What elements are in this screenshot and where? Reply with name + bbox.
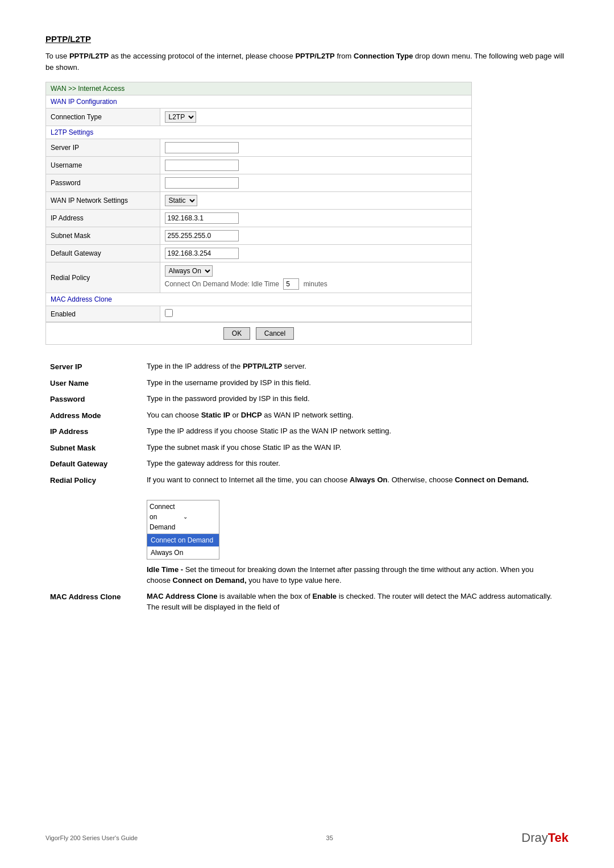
intro-text-2: as the accessing protocol of the interne… xyxy=(111,52,295,60)
dropdown-header[interactable]: Connect on Demand ⌄ xyxy=(147,500,219,534)
brand-dray: Dray xyxy=(521,831,547,845)
password-value-cell xyxy=(160,174,471,192)
brand-logo: DrayTek xyxy=(521,831,569,845)
ip-address-value-cell xyxy=(160,210,471,227)
button-row: OK Cancel xyxy=(46,322,471,344)
wan-ip-config-label: WAN IP Configuration xyxy=(51,98,117,106)
default-gateway-row: Default Gateway xyxy=(46,245,471,262)
desc-password: Password Type in the password provided b… xyxy=(45,391,557,407)
desc-server-ip: Server IP Type in the IP address of the … xyxy=(45,358,557,375)
dropdown-item-connect-on-demand[interactable]: Connect on Demand xyxy=(147,534,219,546)
brand-tek: Tek xyxy=(548,831,569,845)
redial-policy-label: Redial Policy xyxy=(46,262,160,293)
connection-type-select[interactable]: L2TP xyxy=(165,111,196,123)
server-ip-input[interactable] xyxy=(165,142,239,153)
l2tp-form-table: Server IP Username Password WAN IP Netwo… xyxy=(46,139,471,293)
dropdown-item-always-on[interactable]: Always On xyxy=(147,546,219,559)
desc-default-gateway-term: Default Gateway xyxy=(45,456,142,472)
web-panel: WAN >> Internet Access WAN IP Configurat… xyxy=(45,82,472,345)
desc-server-ip-term: Server IP xyxy=(45,358,142,375)
password-row: Password xyxy=(46,174,471,192)
desc-address-mode: Address Mode You can choose Static IP or… xyxy=(45,407,557,424)
redial-policy-row: Redial Policy Always On Connect On Deman… xyxy=(46,262,471,293)
desc-default-gateway-def: Type the gateway address for this router… xyxy=(142,456,557,472)
chevron-down-icon: ⌄ xyxy=(183,512,217,521)
desc-mac-address-clone-def: MAC Address Clone is available when the … xyxy=(142,589,557,615)
mac-address-clone-header: MAC Address Clone xyxy=(46,293,471,306)
desc-user-name: User Name Type in the username provided … xyxy=(45,375,557,391)
idle-time-label: Connect On Demand Mode: Idle Time xyxy=(165,280,279,288)
connection-type-value-cell: L2TP xyxy=(160,108,471,126)
enabled-table: Enabled xyxy=(46,306,471,322)
dropdown-preview: Connect on Demand ⌄ Connect on Demand Al… xyxy=(147,500,219,560)
redial-policy-select[interactable]: Always On xyxy=(165,265,213,277)
desc-subnet-mask-def: Type the subnet mask if you chose Static… xyxy=(142,440,557,456)
footer-guide: VigorFly 200 Series User's Guide xyxy=(45,834,138,841)
wan-ip-network-label: WAN IP Network Settings xyxy=(46,192,160,210)
username-row: Username xyxy=(46,157,471,174)
desc-idle-time-def: Idle Time - Set the timeout for breaking… xyxy=(142,562,557,589)
subnet-mask-value-cell xyxy=(160,227,471,245)
subnet-mask-label: Subnet Mask xyxy=(46,227,160,245)
wan-ip-network-value-cell: Static xyxy=(160,192,471,210)
enabled-row: Enabled xyxy=(46,306,471,322)
desc-redial-policy: Redial Policy If you want to connect to … xyxy=(45,472,557,562)
idle-time-input[interactable] xyxy=(283,278,299,290)
desc-table: Server IP Type in the IP address of the … xyxy=(45,358,557,615)
desc-ip-address-term: IP Address xyxy=(45,423,142,440)
idle-time-row: Connect On Demand Mode: Idle Time minute… xyxy=(165,278,467,290)
ip-address-row: IP Address xyxy=(46,210,471,227)
desc-user-name-def: Type in the username provided by ISP in … xyxy=(142,375,557,391)
default-gateway-input[interactable] xyxy=(165,248,239,259)
cancel-button[interactable]: Cancel xyxy=(256,327,294,340)
footer: VigorFly 200 Series User's Guide 35 Dray… xyxy=(45,831,569,845)
idle-time-unit: minutes xyxy=(304,280,327,288)
desc-redial-policy-def: If you want to connect to Internet all t… xyxy=(142,472,557,562)
panel-nav: WAN >> Internet Access xyxy=(46,82,471,95)
username-label: Username xyxy=(46,157,160,174)
desc-redial-policy-term: Redial Policy xyxy=(45,472,142,562)
desc-user-name-term: User Name xyxy=(45,375,142,391)
server-ip-value-cell xyxy=(160,139,471,157)
dropdown-current-value: Connect on Demand xyxy=(150,502,183,532)
footer-page: 35 xyxy=(326,834,333,841)
subnet-mask-input[interactable] xyxy=(165,230,239,241)
connection-type-label: Connection Type xyxy=(46,108,160,126)
description-section: Server IP Type in the IP address of the … xyxy=(45,358,557,615)
connection-type-table: Connection Type L2TP xyxy=(46,108,471,126)
default-gateway-label: Default Gateway xyxy=(46,245,160,262)
desc-mac-address-clone: MAC Address Clone MAC Address Clone is a… xyxy=(45,589,557,615)
server-ip-label: Server IP xyxy=(46,139,160,157)
wan-ip-network-row: WAN IP Network Settings Static xyxy=(46,192,471,210)
desc-subnet-mask: Subnet Mask Type the subnet mask if you … xyxy=(45,440,557,456)
desc-idle-time-term xyxy=(45,562,142,589)
connection-type-row: Connection Type L2TP xyxy=(46,108,471,126)
username-input[interactable] xyxy=(165,160,239,171)
ip-address-label: IP Address xyxy=(46,210,160,227)
l2tp-settings-label: L2TP Settings xyxy=(51,128,93,136)
password-input[interactable] xyxy=(165,177,239,189)
ip-address-input[interactable] xyxy=(165,212,239,224)
page-title: PPTP/L2TP xyxy=(45,34,569,44)
enabled-checkbox[interactable] xyxy=(165,309,173,317)
desc-password-def: Type in the password provided by ISP in … xyxy=(142,391,557,407)
wan-ip-network-select[interactable]: Static xyxy=(165,195,197,206)
ok-button[interactable]: OK xyxy=(223,327,250,340)
desc-subnet-mask-term: Subnet Mask xyxy=(45,440,142,456)
intro-text-3: from xyxy=(337,52,354,60)
desc-idle-time: Idle Time - Set the timeout for breaking… xyxy=(45,562,557,589)
redial-policy-value-cell: Always On Connect On Demand Mode: Idle T… xyxy=(160,262,471,293)
intro-paragraph: To use PPTP/L2TP as the accessing protoc… xyxy=(45,51,569,73)
password-label: Password xyxy=(46,174,160,192)
desc-address-mode-term: Address Mode xyxy=(45,407,142,424)
desc-address-mode-def: You can choose Static IP or DHCP as WAN … xyxy=(142,407,557,424)
enabled-label: Enabled xyxy=(46,306,160,322)
l2tp-settings-header: L2TP Settings xyxy=(46,126,471,139)
panel-nav-label: WAN >> Internet Access xyxy=(51,85,125,93)
wan-ip-config-header: WAN IP Configuration xyxy=(46,95,471,108)
server-ip-row: Server IP xyxy=(46,139,471,157)
desc-mac-address-clone-term: MAC Address Clone xyxy=(45,589,142,615)
intro-bold-2: PPTP/L2TP xyxy=(295,52,334,60)
mac-address-clone-label: MAC Address Clone xyxy=(51,295,112,303)
default-gateway-value-cell xyxy=(160,245,471,262)
